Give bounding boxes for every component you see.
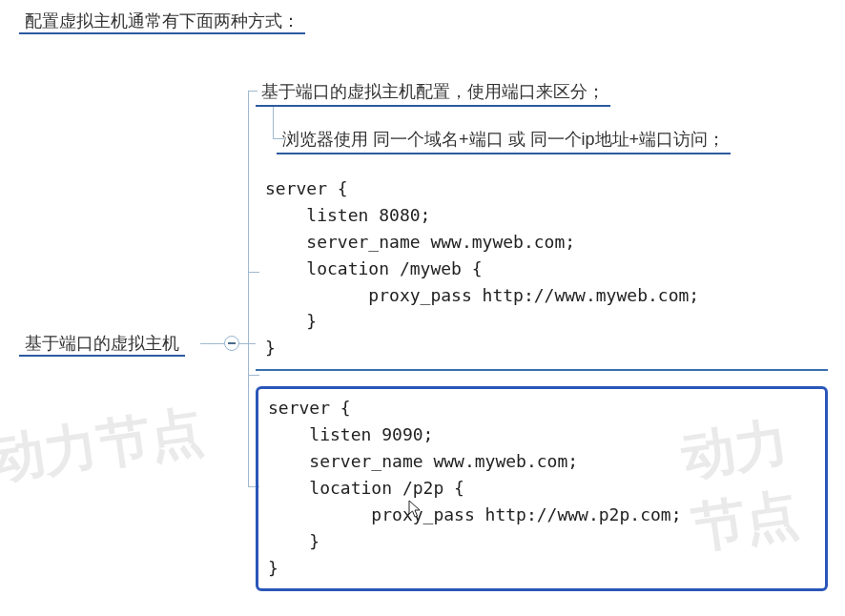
code-block-server-8080[interactable]: server { listen 8080; server_name www.my… bbox=[256, 170, 828, 371]
title-node[interactable]: 配置虚拟主机通常有下面两种方式： bbox=[19, 10, 305, 32]
connector-line bbox=[248, 343, 249, 486]
subnote-node[interactable]: 浏览器使用 同一个域名+端口 或 同一个ip地址+端口访问； bbox=[277, 124, 828, 154]
branch-port-based[interactable]: 基于端口的虚拟主机 bbox=[19, 332, 185, 355]
subtitle-text: 基于端口的虚拟主机配置，使用端口来区分； bbox=[256, 76, 610, 107]
watermark: 动力节点 bbox=[0, 396, 208, 497]
connector-line bbox=[248, 91, 249, 375]
code-block-server-9090[interactable]: server { listen 9090; server_name www.my… bbox=[256, 386, 828, 591]
connector-line bbox=[200, 343, 224, 344]
mindmap-diagram: 动力节点 动力节点 配置虚拟主机通常有下面两种方式： 基于端口的虚拟主机 基于端… bbox=[0, 0, 845, 616]
branch-label-text: 基于端口的虚拟主机 bbox=[19, 330, 185, 357]
collapse-toggle[interactable] bbox=[224, 336, 239, 351]
title-text: 配置虚拟主机通常有下面两种方式： bbox=[19, 8, 305, 34]
subnote-text: 浏览器使用 同一个域名+端口 或 同一个ip地址+端口访问； bbox=[277, 124, 731, 154]
right-column: 基于端口的虚拟主机配置，使用端口来区分； 浏览器使用 同一个域名+端口 或 同一… bbox=[256, 76, 828, 591]
minus-icon bbox=[228, 342, 236, 344]
subtitle-node[interactable]: 基于端口的虚拟主机配置，使用端口来区分； bbox=[256, 76, 828, 107]
